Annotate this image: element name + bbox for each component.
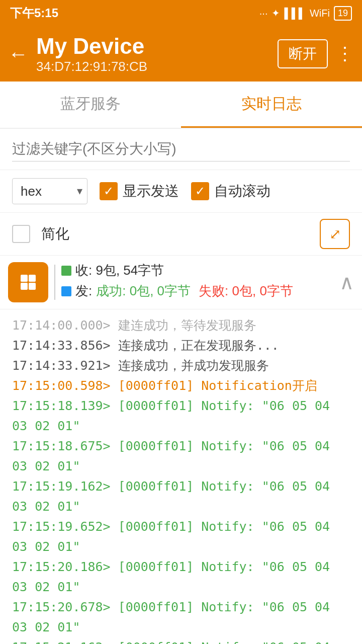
auto-scroll-label[interactable]: ✓ 自动滚动 — [191, 182, 270, 201]
log-line-10: 17:15:21.163> [0000ff01] Notify: "06 05 … — [12, 637, 350, 644]
status-time: 下午5:15 — [10, 5, 58, 21]
tab-bluetooth-service[interactable]: 蓝牙服务 — [0, 82, 181, 128]
simplify-row: 简化 ⤢ — [0, 213, 362, 256]
stats-icon — [8, 262, 48, 302]
log-line-2: 17:14:33.921> 连接成功，并成功发现服务 — [12, 356, 350, 376]
tab-realtime-log[interactable]: 实时日志 — [181, 82, 362, 128]
back-button[interactable]: ← — [8, 44, 28, 64]
expand-icon: ⤢ — [329, 226, 341, 243]
device-mac: 34:D7:12:91:78:CB — [36, 59, 278, 74]
send-prefix: 发: — [75, 282, 92, 300]
top-actions: 断开 ⋮ — [278, 39, 354, 68]
send-indicator — [61, 286, 71, 296]
status-icons: ··· ✦ ▌▌▌ WiFi 19 — [259, 6, 352, 21]
recv-indicator — [61, 266, 71, 276]
send-line: 发: 成功: 0包, 0字节 失败: 0包, 0字节 — [61, 282, 333, 300]
show-send-label[interactable]: ✓ 显示发送 — [100, 182, 179, 201]
battery-icon: 19 — [334, 6, 352, 21]
top-bar: ← My Device 34:D7:12:91:78:CB 断开 ⋮ — [0, 26, 362, 82]
log-line-1: 17:14:33.856> 连接成功，正在发现服务... — [12, 336, 350, 356]
log-line-6: 17:15:19.162> [0000ff01] Notify: "06 05 … — [12, 476, 350, 517]
bluetooth-icon: ✦ — [272, 7, 280, 19]
signal-dots-icon: ··· — [259, 8, 268, 19]
show-send-checkbox[interactable]: ✓ — [100, 182, 118, 200]
simplify-label[interactable]: 简化 — [12, 224, 69, 244]
status-bar: 下午5:15 ··· ✦ ▌▌▌ WiFi 19 — [0, 0, 362, 26]
device-info: My Device 34:D7:12:91:78:CB — [36, 34, 278, 74]
stats-icon-top — [21, 275, 36, 282]
wifi-icon: WiFi — [310, 8, 330, 19]
simplify-checkbox[interactable] — [12, 225, 30, 243]
log-line-4: 17:15:18.139> [0000ff01] Notify: "06 05 … — [12, 396, 350, 436]
signal-bars-icon: ▌▌▌ — [284, 8, 306, 19]
format-select[interactable]: hex text dec — [12, 178, 87, 204]
send-fail-text: 失败: 0包, 0字节 — [199, 282, 293, 300]
send-success-text: 成功: 0包, 0字节 — [96, 282, 191, 300]
log-line-7: 17:15:19.652> [0000ff01] Notify: "06 05 … — [12, 517, 350, 557]
device-name: My Device — [36, 34, 278, 59]
log-line-3: 17:15:00.598> [0000ff01] Notification开启 — [12, 376, 350, 396]
stats-info: 收: 9包, 54字节 发: 成功: 0包, 0字节 失败: 0包, 0字节 — [61, 262, 333, 303]
disconnect-button[interactable]: 断开 — [278, 39, 328, 68]
format-select-wrapper: hex text dec — [12, 178, 87, 204]
more-button[interactable]: ⋮ — [336, 45, 354, 63]
filter-input[interactable] — [12, 137, 350, 162]
controls-row: hex text dec ✓ 显示发送 ✓ 自动滚动 — [0, 170, 362, 213]
recv-line: 收: 9包, 54字节 — [61, 262, 333, 279]
log-line-truncated: 17:14:00.000> 建连成功，等待发现服务 — [12, 315, 350, 336]
log-line-8: 17:15:20.186> [0000ff01] Notify: "06 05 … — [12, 557, 350, 597]
auto-scroll-checkbox[interactable]: ✓ — [191, 182, 209, 200]
recv-text: 收: 9包, 54字节 — [75, 262, 164, 279]
stats-bar: 收: 9包, 54字节 发: 成功: 0包, 0字节 失败: 0包, 0字节 ∧ — [0, 256, 362, 309]
tabs: 蓝牙服务 实时日志 — [0, 82, 362, 129]
expand-button[interactable]: ⤢ — [320, 219, 350, 249]
log-line-9: 17:15:20.678> [0000ff01] Notify: "06 05 … — [12, 597, 350, 637]
divider — [54, 265, 55, 300]
collapse-button[interactable]: ∧ — [339, 272, 354, 292]
stats-icon-bottom — [21, 283, 36, 290]
log-area: 17:14:00.000> 建连成功，等待发现服务 17:14:33.856> … — [0, 309, 362, 644]
filter-section — [0, 129, 362, 170]
log-line-5: 17:15:18.675> [0000ff01] Notify: "06 05 … — [12, 436, 350, 476]
